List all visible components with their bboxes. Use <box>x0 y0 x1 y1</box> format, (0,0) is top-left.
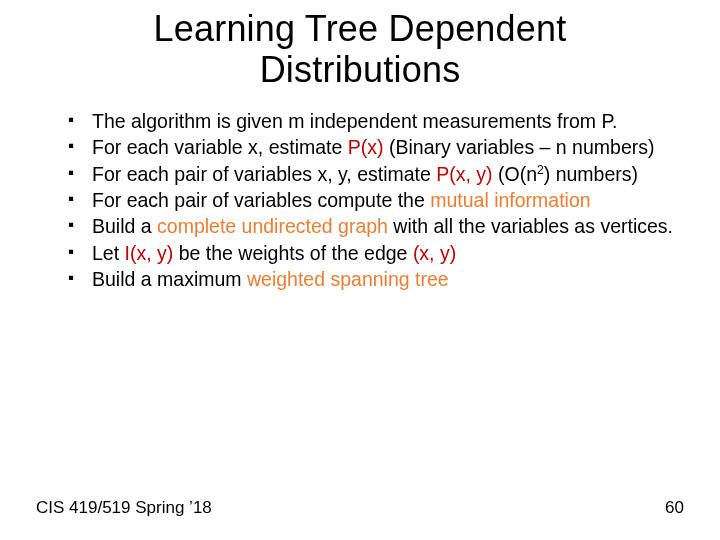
weighted-spanning-tree-term: weighted spanning tree <box>247 268 449 290</box>
px-term: P(x) <box>348 136 384 158</box>
bullet-text: ) numbers) <box>544 163 638 185</box>
list-item: The algorithm is given m independent mea… <box>62 109 678 133</box>
list-item: For each variable x, estimate P(x) (Bina… <box>62 135 678 159</box>
pxy-term: P(x, y) <box>436 163 492 185</box>
list-item: For each pair of variables x, y, estimat… <box>62 162 678 186</box>
footer-page-number: 60 <box>665 498 684 518</box>
bullet-text: (Binary variables – n numbers) <box>384 136 655 158</box>
bullet-text: Build a maximum <box>92 268 247 290</box>
bullet-text: (O(n <box>493 163 537 185</box>
edge-term: (x, y) <box>413 242 456 264</box>
list-item: Let I(x, y) be the weights of the edge (… <box>62 241 678 265</box>
mutual-information-term: mutual information <box>430 189 590 211</box>
slide-footer: CIS 419/519 Spring ’18 60 <box>36 498 684 518</box>
bullet-text: with all the variables as vertices. <box>388 215 673 237</box>
slide: Learning Tree Dependent Distributions Th… <box>0 0 720 540</box>
slide-title: Learning Tree Dependent Distributions <box>0 0 720 91</box>
footer-course: CIS 419/519 Spring ’18 <box>36 498 212 518</box>
bullet-text: For each pair of variables x, y, estimat… <box>92 163 436 185</box>
bullet-text: Let <box>92 242 125 264</box>
slide-body: The algorithm is given m independent mea… <box>0 91 720 292</box>
ixy-term: I(x, y) <box>125 242 174 264</box>
list-item: Build a maximum weighted spanning tree <box>62 267 678 291</box>
bullet-list: The algorithm is given m independent mea… <box>62 109 678 292</box>
list-item: For each pair of variables compute the m… <box>62 188 678 212</box>
superscript-2: 2 <box>537 162 544 176</box>
bullet-text: The algorithm is given m independent mea… <box>92 110 617 132</box>
bullet-text: be the weights of the edge <box>173 242 413 264</box>
list-item: Build a complete undirected graph with a… <box>62 214 678 238</box>
complete-undirected-graph-term: complete undirected graph <box>157 215 388 237</box>
title-line-2: Distributions <box>260 49 461 90</box>
bullet-text: Build a <box>92 215 157 237</box>
title-line-1: Learning Tree Dependent <box>154 8 567 49</box>
bullet-text: For each variable x, estimate <box>92 136 348 158</box>
bullet-text: For each pair of variables compute the <box>92 189 430 211</box>
